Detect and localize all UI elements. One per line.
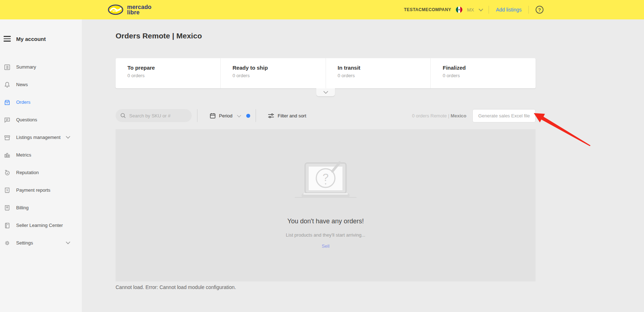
generate-excel-button[interactable]: Generate sales Excel file [472, 109, 536, 122]
mexico-flag-icon [456, 6, 462, 13]
status-card-count: 0 orders [127, 73, 220, 78]
sidebar-item-label: Reputation [16, 170, 39, 175]
chevron-down-icon [323, 90, 328, 94]
calendar-icon [210, 113, 216, 119]
bar-chart-icon [4, 152, 11, 159]
status-card-count: 0 orders [338, 73, 431, 78]
sidebar-item-billing[interactable]: Billing [0, 199, 82, 216]
sidebar-item-listings-management[interactable]: Listings management [0, 129, 82, 146]
summary-icon [4, 64, 11, 71]
main-content: Orders Remote | Mexico To prepare 0 orde… [82, 19, 644, 312]
sidebar-item-summary[interactable]: Summary [0, 58, 82, 76]
sidebar-item-label: Questions [16, 117, 37, 122]
sidebar-item-label: Settings [16, 240, 33, 246]
page-title: Orders Remote | Mexico [116, 32, 644, 40]
status-card-title: In transit [338, 65, 431, 71]
sidebar-item-seller-learning-center[interactable]: Seller Learning Center [0, 216, 82, 234]
handshake-logo-icon [108, 4, 123, 15]
header-right-group: TESTACMECOMPANY MX Add listings ? [404, 6, 543, 14]
sidebar-item-orders[interactable]: Orders [0, 93, 82, 111]
period-label: Period [219, 113, 233, 118]
toolbar-divider [256, 109, 256, 122]
gear-icon [4, 239, 11, 247]
add-listings-link[interactable]: Add listings [496, 7, 522, 13]
sidebar-item-label: Seller Learning Center [16, 223, 63, 228]
search-input[interactable] [129, 113, 188, 118]
sidebar-title: My account [16, 36, 46, 42]
sidebar-item-news[interactable]: News [0, 76, 82, 93]
sidebar-item-questions[interactable]: Questions [0, 111, 82, 129]
sidebar-item-settings[interactable]: Settings [0, 234, 82, 252]
filter-and-sort-button[interactable]: Filter and sort [268, 113, 306, 118]
my-account-row: My account [4, 34, 82, 44]
chat-bubble-icon [4, 116, 11, 124]
status-card-count: 0 orders [443, 73, 536, 78]
empty-state-subtitle: List products and they'll start arriving… [286, 232, 365, 238]
filter-and-sort-label: Filter and sort [278, 113, 306, 118]
sidebar-item-reputation[interactable]: Reputation [0, 164, 82, 181]
orders-count-summary: 0 orders Remote | Mexico [412, 113, 467, 118]
sidebar-item-label: Payment reports [16, 187, 50, 193]
chevron-down-icon [237, 113, 241, 117]
sidebar-item-label: Orders [16, 99, 31, 105]
status-card-to-prepare[interactable]: To prepare 0 orders [116, 58, 220, 88]
module-error-message: Cannot load. Error: Cannot load module c… [116, 284, 644, 290]
sidebar-item-label: Summary [16, 64, 36, 70]
orders-count-country: Mexico [451, 113, 466, 118]
header-divider [489, 6, 489, 14]
sidebar-item-label: Listings management [16, 135, 61, 140]
billing-receipt-icon [4, 204, 11, 211]
chevron-down-icon [66, 136, 70, 139]
order-status-cards: To prepare 0 orders Ready to ship 0 orde… [116, 58, 536, 88]
chevron-down-icon [66, 241, 70, 245]
status-card-ready-to-ship[interactable]: Ready to ship 0 orders [220, 58, 326, 88]
learning-book-icon [4, 222, 11, 229]
status-card-title: Finalized [443, 65, 536, 71]
orders-toolbar: Period Filter and sort 0 orders Remote |… [116, 109, 536, 122]
storefront-icon [4, 134, 11, 141]
status-card-in-transit[interactable]: In transit 0 orders [326, 58, 431, 88]
toolbar-divider [197, 109, 197, 122]
account-name: TESTACMECOMPANY [404, 7, 451, 12]
status-card-finalized[interactable]: Finalized 0 orders [430, 58, 536, 88]
sell-link[interactable]: Sell [322, 243, 330, 249]
search-icon [120, 113, 126, 118]
empty-orders-panel: ? You don't have any orders! List produc… [116, 129, 536, 281]
status-card-count: 0 orders [233, 73, 326, 78]
status-card-title: Ready to ship [233, 65, 326, 71]
sidebar-nav: Summary News Orders Questions [0, 58, 82, 252]
svg-text:$: $ [6, 188, 8, 191]
period-active-dot [246, 114, 250, 118]
hamburger-menu-icon[interactable] [4, 36, 11, 42]
payment-receipt-icon: $ [4, 187, 11, 194]
mercado-libre-seller-page: mercado libre TESTACMECOMPANY MX Add lis… [0, 0, 644, 312]
empty-orders-illustration: ? [295, 160, 356, 202]
medal-icon [4, 169, 11, 176]
period-dropdown[interactable]: Period [210, 113, 250, 119]
sidebar-item-label: Metrics [16, 152, 31, 158]
orders-icon [4, 99, 11, 106]
top-header: mercado libre TESTACMECOMPANY MX Add lis… [0, 0, 644, 19]
collapse-row [116, 88, 536, 96]
help-icon[interactable]: ? [536, 6, 543, 14]
sidebar-item-payment-reports[interactable]: $ Payment reports [0, 181, 82, 199]
sidebar-item-label: Billing [16, 205, 29, 210]
country-chevron-down-icon[interactable] [479, 7, 484, 11]
sidebar-item-label: News [16, 82, 28, 87]
header-divider [528, 6, 529, 14]
status-card-title: To prepare [127, 65, 220, 71]
country-code-label: MX [467, 7, 474, 13]
logo-text: mercado libre [127, 4, 151, 15]
svg-text:?: ? [323, 171, 329, 183]
sidebar-item-metrics[interactable]: Metrics [0, 146, 82, 164]
search-box[interactable] [116, 109, 192, 122]
bell-icon [4, 81, 11, 88]
sidebar: My account Summary News Orders [0, 19, 82, 312]
sliders-icon [268, 113, 274, 118]
empty-state-title: You don't have any orders! [288, 218, 364, 225]
mercado-libre-logo[interactable]: mercado libre [108, 4, 151, 15]
collapse-cards-button[interactable] [316, 88, 335, 96]
